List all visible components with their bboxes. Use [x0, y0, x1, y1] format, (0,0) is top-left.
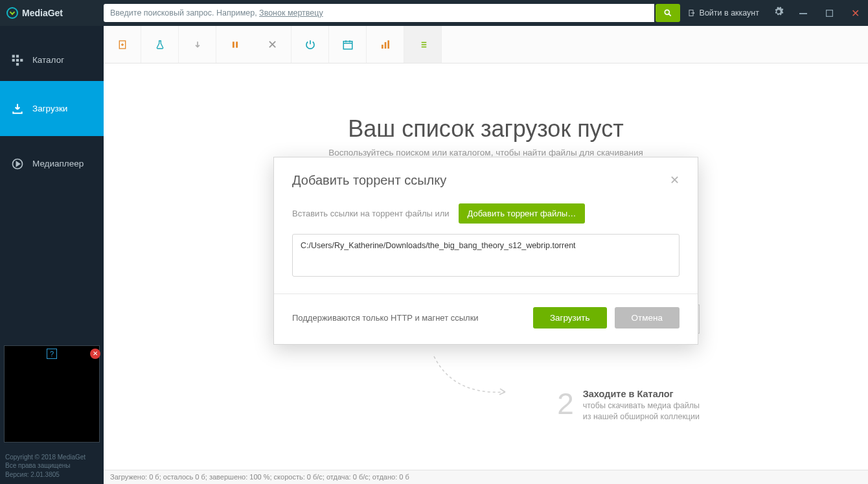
svg-rect-9: [20, 58, 23, 61]
step-line-1: чтобы скачивать медиа файлы: [583, 401, 700, 410]
modal-close-button[interactable]: ✕: [670, 173, 680, 187]
flask-icon: [155, 38, 165, 51]
add-torrent-modal: Добавить торрент ссылку ✕ Вставить ссылк…: [273, 157, 698, 345]
step-number: 2: [557, 389, 574, 419]
svg-rect-15: [343, 41, 352, 49]
step-line-2: из нашей обширной коллекции: [583, 412, 700, 421]
svg-rect-4: [826, 10, 832, 16]
main-panel: ✕ Ваш список загрузок пуст Воспользуйтес…: [104, 26, 868, 484]
svg-rect-14: [236, 41, 238, 47]
add-torrent-button[interactable]: [104, 26, 141, 63]
lab-button[interactable]: [141, 26, 179, 63]
app-logo: MediaGet: [0, 7, 104, 19]
login-icon: [688, 8, 696, 17]
sidebar-footer: Copyright © 2018 MediaGet Все права защи…: [0, 449, 104, 485]
pause-button[interactable]: [216, 26, 254, 63]
list-icon: [417, 40, 429, 49]
close-ad-button[interactable]: ✕: [90, 349, 100, 359]
title-bar: MediaGet Введите поисковый запрос. Напри…: [0, 0, 868, 26]
power-icon: [304, 39, 316, 51]
cancel-button[interactable]: Отмена: [615, 307, 680, 328]
svg-rect-6: [16, 54, 19, 57]
schedule-button[interactable]: [329, 26, 367, 63]
help-icon[interactable]: ?: [47, 349, 57, 359]
search-field[interactable]: Введите поисковый запрос. Например, Звон…: [104, 4, 654, 22]
list-button[interactable]: [404, 26, 442, 63]
sidebar-item-catalog[interactable]: Каталог: [0, 26, 104, 81]
download-button[interactable]: [179, 26, 216, 63]
minimize-icon: [799, 9, 807, 17]
window-controls: ✕: [790, 0, 868, 26]
stats-button[interactable]: [367, 26, 404, 63]
login-button[interactable]: Войти в аккаунт: [680, 8, 767, 17]
toolbar: ✕: [104, 26, 868, 63]
sidebar-item-label: Медиаплеер: [32, 159, 84, 168]
torrent-link-textarea[interactable]: [292, 234, 680, 277]
download-icon: [10, 102, 25, 115]
svg-rect-18: [387, 40, 389, 49]
sidebar-item-mediaplayer[interactable]: Медиаплеер: [0, 136, 104, 191]
catalog-icon: [10, 54, 25, 67]
modal-title: Добавить торрент ссылку: [292, 173, 446, 188]
version-text: Версия: 2.01.3805: [5, 470, 98, 479]
svg-rect-3: [799, 13, 807, 14]
svg-rect-17: [384, 42, 386, 49]
arrow-decoration: [428, 350, 512, 402]
search-input[interactable]: [104, 8, 654, 17]
gear-icon: [773, 6, 784, 17]
step-2: 2 Заходите в Каталог чтобы скачивать мед…: [557, 389, 700, 421]
bars-icon: [380, 40, 391, 50]
settings-button[interactable]: [767, 6, 790, 19]
minimize-button[interactable]: [790, 0, 816, 26]
svg-point-0: [665, 10, 669, 14]
app-name: MediaGet: [22, 8, 63, 18]
svg-rect-10: [16, 63, 19, 65]
login-label: Войти в аккаунт: [700, 8, 759, 17]
calendar-icon: [342, 39, 354, 51]
svg-rect-5: [12, 54, 15, 57]
add-file-icon: [117, 38, 128, 51]
load-button[interactable]: Загрузить: [533, 307, 607, 328]
power-button[interactable]: [291, 26, 329, 63]
play-icon: [10, 157, 25, 170]
close-window-button[interactable]: ✕: [842, 0, 868, 26]
close-icon: ✕: [851, 7, 860, 19]
empty-title: Ваш список загрузок пуст: [348, 115, 623, 143]
status-text: Загружено: 0 б; осталось 0 б; завершено:…: [110, 473, 409, 481]
copyright-text: Copyright © 2018 MediaGet: [5, 453, 98, 462]
logo-icon: [6, 7, 18, 19]
search-icon: [663, 8, 672, 17]
x-icon: ✕: [268, 38, 277, 52]
add-torrent-files-button[interactable]: Добавить торрент файлы…: [459, 203, 586, 224]
remove-button[interactable]: ✕: [254, 26, 291, 63]
arrow-down-icon: [193, 39, 202, 51]
status-bar: Загружено: 0 б; осталось 0 б; завершено:…: [104, 470, 868, 484]
svg-rect-7: [12, 58, 15, 61]
sidebar-item-label: Каталог: [32, 55, 64, 65]
svg-rect-8: [16, 58, 19, 61]
rights-text: Все права защищены: [5, 461, 98, 470]
insert-label: Вставить ссылки на торрент файлы или: [292, 209, 450, 218]
svg-rect-16: [382, 45, 383, 49]
pause-icon: [231, 40, 240, 50]
sidebar: Каталог Загрузки Медиаплеер ? ✕ Copyrigh…: [0, 26, 104, 484]
svg-rect-13: [233, 41, 234, 47]
maximize-button[interactable]: [816, 0, 842, 26]
svg-line-1: [668, 14, 670, 16]
sidebar-ad-panel: ? ✕: [4, 345, 100, 443]
search-button[interactable]: [656, 4, 680, 22]
modal-hint: Поддерживаются только HTTP и магнет ссыл…: [292, 313, 479, 323]
empty-subtitle: Воспользуйтесь поиском или каталогом, чт…: [328, 148, 643, 157]
maximize-icon: [826, 10, 833, 17]
step-title: Заходите в Каталог: [583, 389, 700, 399]
sidebar-item-label: Загрузки: [32, 104, 67, 113]
sidebar-item-downloads[interactable]: Загрузки: [0, 81, 104, 136]
